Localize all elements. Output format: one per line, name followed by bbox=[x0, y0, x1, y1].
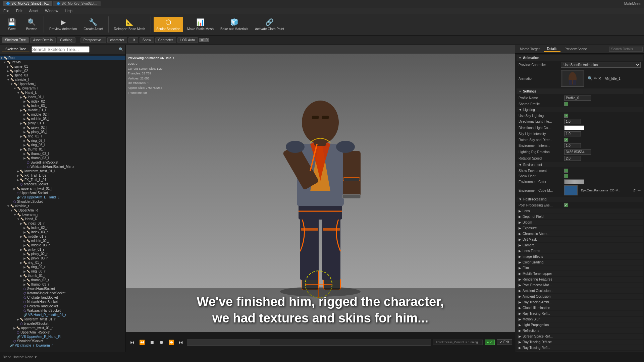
post-sub-section-item[interactable]: ▶Bloom bbox=[517, 220, 643, 225]
tree-node[interactable]: ▼🦴clavicle_r bbox=[0, 204, 125, 208]
character-dropdown[interactable]: character bbox=[107, 37, 127, 43]
tree-node[interactable]: ▶🦴ring_01_r bbox=[0, 260, 125, 265]
right-panel-search[interactable] bbox=[609, 47, 643, 52]
environment-subsection[interactable]: ▼ Environment bbox=[517, 162, 643, 167]
directional-light-color-swatch[interactable] bbox=[564, 125, 584, 130]
details-tab[interactable]: Details bbox=[544, 46, 561, 52]
tree-node[interactable]: ▶🦴ring_03_r bbox=[0, 269, 125, 274]
tree-expand-arrow[interactable]: ▶ bbox=[23, 226, 26, 230]
timeline-goto-end[interactable]: ⏭ bbox=[177, 339, 185, 346]
timeline-edit-button[interactable]: ✓ Edit bbox=[497, 339, 512, 345]
post-sub-section-item[interactable]: ▶Reflections bbox=[517, 328, 643, 333]
preview-controller-select[interactable]: Use Specific Animation bbox=[561, 62, 641, 68]
tree-expand-arrow[interactable]: ▶ bbox=[17, 170, 19, 173]
lod-auto-btn[interactable]: LOD Auto bbox=[177, 37, 198, 43]
tree-expand-arrow[interactable]: ▶ bbox=[20, 261, 22, 264]
post-sub-section-item[interactable]: ▶Lens bbox=[517, 208, 643, 214]
sky-light-intensity-input[interactable] bbox=[564, 131, 581, 136]
timeline-track[interactable] bbox=[187, 339, 431, 346]
sculpt-selection-button[interactable]: ⬡ Sculpt Selection bbox=[154, 17, 183, 32]
tree-node[interactable]: ⬡braceletRSocket bbox=[0, 321, 125, 326]
tree-node[interactable]: ▶🦴spine_03 bbox=[0, 73, 125, 77]
tree-node[interactable]: ▶🦴spine_01 bbox=[0, 64, 125, 69]
tree-expand-arrow[interactable]: ▶ bbox=[23, 143, 26, 147]
environment-intensity-input[interactable] bbox=[564, 143, 581, 148]
tree-expand-arrow[interactable]: ▶ bbox=[17, 174, 19, 177]
tree-node[interactable]: ⬡SwordHandSocket bbox=[0, 160, 125, 165]
tree-expand-arrow[interactable]: ▼ bbox=[7, 204, 10, 208]
make-static-mesh-button[interactable]: 📊 Make Static Mesh bbox=[184, 17, 216, 32]
skeleton-tree-panel-tab[interactable]: Skeleton Tree bbox=[2, 47, 30, 52]
tree-expand-arrow[interactable]: ▼ bbox=[10, 209, 13, 212]
tree-expand-arrow[interactable]: ▼ bbox=[3, 61, 6, 64]
post-sub-section-item[interactable]: ▶Mobile Tonemapper bbox=[517, 271, 643, 276]
post-sub-section-item[interactable]: ▶Color Grading bbox=[517, 260, 643, 265]
post-sub-section-item[interactable]: ▶Translucency bbox=[517, 351, 643, 352]
tree-expand-arrow[interactable]: ▶ bbox=[23, 283, 26, 286]
post-sub-section-item[interactable]: ▶Ray Tracing Diffuse bbox=[517, 340, 643, 345]
tree-expand-arrow[interactable]: ▶ bbox=[23, 152, 26, 156]
tree-node[interactable]: ▼🦴clavicle_l bbox=[0, 77, 125, 82]
post-sub-section-item[interactable]: ▶Chromatic Aberr... bbox=[517, 231, 643, 236]
tree-expand-arrow[interactable]: ▶ bbox=[23, 252, 26, 256]
tree-node[interactable]: ▼🦴Root bbox=[0, 56, 125, 60]
tree-expand-arrow[interactable]: ▼ bbox=[10, 82, 13, 86]
post-sub-section-item[interactable]: ▶Light Propagation bbox=[517, 322, 643, 327]
tree-node[interactable]: ▼🦴UpperArm_L bbox=[0, 82, 125, 86]
tree-expand-arrow[interactable]: ▶ bbox=[20, 109, 22, 112]
tree-node[interactable]: ▶🦴pinky_03_l bbox=[0, 130, 125, 134]
timeline-goto-start[interactable]: ⏮ bbox=[128, 339, 136, 346]
directional-light-intensity-input[interactable] bbox=[564, 119, 581, 124]
activate-cloth-paint-button[interactable]: 🔗 Activate Cloth Paint bbox=[252, 17, 287, 32]
tree-node[interactable]: ▶🦴FX_Trail_L_01 bbox=[0, 178, 125, 182]
tree-node[interactable]: ▶🦴index_03_l bbox=[0, 104, 125, 108]
tree-node[interactable]: ⬡WakizashiHandSocket_Mirror bbox=[0, 165, 125, 169]
tree-node[interactable]: ▶🦴pinky_02_l bbox=[0, 125, 125, 130]
tree-expand-arrow[interactable]: ▶ bbox=[13, 187, 16, 190]
tree-expand-arrow[interactable]: ▶ bbox=[7, 69, 9, 73]
tree-expand-arrow[interactable]: ▶ bbox=[23, 270, 26, 273]
tree-node[interactable]: ▶🦴thumb_02_r bbox=[0, 278, 125, 282]
tree-expand-arrow[interactable]: ▶ bbox=[13, 326, 16, 330]
tree-node[interactable]: ▼🦴Hand_R bbox=[0, 217, 125, 221]
tree-node[interactable]: ▶🦴middle_03_l bbox=[0, 117, 125, 121]
search-icon[interactable]: 🔍 bbox=[119, 47, 123, 52]
tree-node[interactable]: ▶🦴index_02_r bbox=[0, 226, 125, 230]
post-sub-section-item[interactable]: ▶Exposure bbox=[517, 226, 643, 231]
tree-expand-arrow[interactable]: ▶ bbox=[23, 130, 26, 134]
post-processing-subsection[interactable]: ▼ PostProcessing bbox=[517, 197, 643, 202]
tree-expand-arrow[interactable]: ▶ bbox=[20, 222, 22, 225]
tree-node[interactable]: ⬡KatanaSingleHandSocket bbox=[0, 291, 125, 295]
tab-sk-skin01[interactable]: 🔷 SK_MorKv3_Skin01 : P... bbox=[3, 1, 52, 6]
tree-expand-arrow[interactable]: ▶ bbox=[7, 65, 9, 68]
post-sub-section-item[interactable]: ▶Rendering Features bbox=[517, 277, 643, 282]
tree-expand-arrow[interactable]: ▶ bbox=[23, 126, 26, 129]
bake-materials-button[interactable]: 🧊 Bake out Materials bbox=[218, 17, 251, 32]
menu-file[interactable]: File bbox=[2, 9, 11, 13]
tree-node[interactable]: 🔗VB UpperArm_R_Hand_R bbox=[0, 335, 125, 339]
timeline-step-back[interactable]: ⏪ bbox=[138, 339, 146, 346]
menu-edit[interactable]: Edit bbox=[15, 9, 24, 13]
rotation-speed-input[interactable] bbox=[564, 156, 581, 161]
tree-node[interactable]: ▼🦴UpperArm_R bbox=[0, 208, 125, 213]
lit-dropdown[interactable]: Lit bbox=[128, 37, 138, 43]
tree-expand-arrow[interactable]: ▶ bbox=[7, 74, 9, 77]
tree-expand-arrow[interactable]: ▼ bbox=[13, 213, 16, 217]
anim-clear-btn[interactable]: ✕ bbox=[598, 76, 601, 81]
tree-expand-arrow[interactable]: ▶ bbox=[20, 274, 22, 278]
tree-node[interactable]: ▶🦴pinky_01_l bbox=[0, 121, 125, 125]
settings-section-header[interactable]: ▼ Settings bbox=[517, 88, 643, 94]
tree-node[interactable]: ▶🦴lowerarm_twist_01_l bbox=[0, 169, 125, 173]
tree-node[interactable]: ▶🦴ring_02_r bbox=[0, 265, 125, 269]
post-sub-section-item[interactable]: ▶Motion Blur bbox=[517, 317, 643, 322]
tree-node[interactable]: 🔗VB UpperArm_L_Hand_L bbox=[0, 195, 125, 199]
tree-node[interactable]: ▶🦴thumb_03_r bbox=[0, 282, 125, 287]
tree-node[interactable]: ▶🦴pinky_03_r bbox=[0, 256, 125, 260]
env-cube-reset-btn[interactable]: ↺ bbox=[633, 188, 636, 193]
tree-node[interactable]: ▶🦴thumb_01_l bbox=[0, 147, 125, 152]
tree-expand-arrow[interactable]: ▶ bbox=[20, 96, 22, 99]
tree-node[interactable]: ▶🦴ring_03_l bbox=[0, 143, 125, 147]
tree-node[interactable]: ⬡braceletLSocket bbox=[0, 182, 125, 186]
tree-node[interactable]: ▶🦴thumb_03_l bbox=[0, 156, 125, 160]
post-sub-section-item[interactable]: ▶Camera bbox=[517, 243, 643, 248]
